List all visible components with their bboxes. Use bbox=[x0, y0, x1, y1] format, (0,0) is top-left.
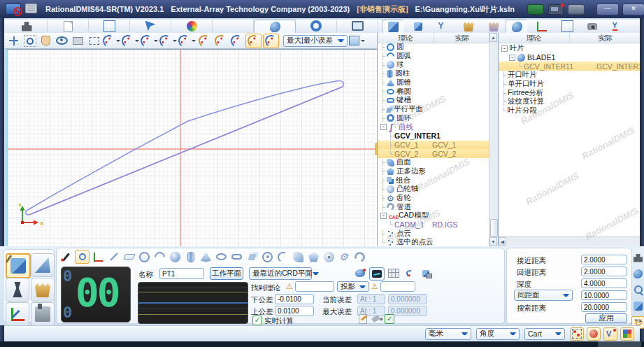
point-icon[interactable] bbox=[75, 250, 90, 264]
tree-item[interactable]: ├ 凸轮轴 bbox=[378, 185, 490, 194]
element-mode-button[interactable] bbox=[6, 253, 31, 278]
scroll-up-icon[interactable]: ▲ bbox=[489, 33, 497, 42]
tree-item[interactable]: └ CADM_1 RD.IGS bbox=[378, 220, 490, 229]
scroll-down-icon[interactable]: ▼ bbox=[489, 237, 497, 246]
lower-tol-input[interactable]: -0.0100 bbox=[275, 294, 314, 304]
tree-item[interactable]: - BLADE1 bbox=[499, 53, 640, 62]
find-theory-input[interactable] bbox=[295, 281, 334, 292]
tree-item[interactable]: ├ 键槽 bbox=[378, 96, 490, 105]
tree-item[interactable]: ├ 正多边形 bbox=[378, 167, 490, 176]
projection-select[interactable]: 投影 bbox=[337, 281, 369, 292]
graphics-viewport[interactable]: Y X bbox=[6, 49, 379, 247]
curve-scan-icon[interactable] bbox=[122, 34, 139, 48]
clean-result-icon[interactable] bbox=[371, 315, 380, 323]
machine-mode-button[interactable] bbox=[31, 302, 55, 326]
graph-toggle[interactable] bbox=[369, 267, 385, 281]
frame-select-icon[interactable] bbox=[87, 34, 101, 48]
curve-section-icon[interactable] bbox=[229, 34, 244, 48]
tree-item[interactable]: ├ 圆 bbox=[378, 43, 490, 52]
pan-icon[interactable] bbox=[6, 34, 21, 48]
tree-expander[interactable]: - bbox=[501, 45, 508, 52]
curve-apply-icon[interactable] bbox=[245, 34, 262, 48]
approach-input[interactable]: 2.0000 bbox=[581, 255, 627, 264]
cone-icon[interactable] bbox=[199, 250, 213, 263]
depth-input[interactable]: 4.0000 bbox=[581, 278, 627, 288]
ribbon-tab[interactable] bbox=[337, 20, 378, 32]
blade-tool-icon[interactable] bbox=[632, 268, 644, 279]
curve-measure-icon[interactable] bbox=[141, 34, 158, 48]
tree-item[interactable]: ├ 组合 bbox=[378, 176, 490, 185]
ribbon-tab[interactable] bbox=[213, 20, 254, 32]
panel-tab[interactable] bbox=[607, 20, 628, 33]
tree-item[interactable]: ├ 点云 bbox=[378, 229, 490, 238]
cylinder-icon[interactable] bbox=[184, 250, 197, 263]
panel-tab[interactable] bbox=[382, 20, 403, 33]
panel-tab[interactable] bbox=[408, 20, 429, 33]
tree-item[interactable]: ├ 管道 bbox=[378, 202, 490, 211]
ribbon-tab[interactable] bbox=[6, 20, 48, 32]
tree-item[interactable]: ├ 开口叶片 bbox=[499, 71, 640, 80]
axis-point-icon[interactable] bbox=[92, 250, 105, 263]
close-button[interactable]: ✕ bbox=[622, 3, 644, 15]
angle-select[interactable]: 角度 bbox=[476, 328, 520, 340]
machine-icon[interactable] bbox=[632, 252, 644, 263]
panel-tab[interactable] bbox=[582, 20, 603, 33]
curve-icon[interactable] bbox=[276, 250, 289, 263]
panel-tab[interactable] bbox=[557, 20, 578, 33]
curve-create-icon[interactable] bbox=[103, 34, 120, 48]
hand-pan-icon[interactable] bbox=[38, 34, 53, 48]
panel-tab[interactable] bbox=[458, 20, 479, 33]
apply-button[interactable]: 应用 bbox=[585, 313, 627, 323]
tree-item[interactable]: ├ 球 bbox=[378, 60, 490, 69]
tree-item[interactable]: └ GCV_2 GCV_2 bbox=[378, 149, 490, 158]
eye-view-icon[interactable] bbox=[55, 34, 69, 48]
measure-mode-button[interactable] bbox=[31, 253, 55, 277]
search-icon[interactable] bbox=[632, 284, 644, 295]
tree-item[interactable]: ├ Firtree分析 bbox=[499, 88, 640, 97]
scrollbar-thumb[interactable] bbox=[490, 219, 498, 237]
tree-item[interactable]: ├ 齿轮 bbox=[378, 194, 490, 203]
tree-item[interactable]: ├ 圆环 bbox=[378, 114, 490, 123]
report-icon[interactable] bbox=[349, 34, 365, 48]
tree-expander[interactable]: - bbox=[509, 55, 515, 61]
tree-item[interactable]: - 叶片 bbox=[499, 44, 640, 53]
panel-tab[interactable] bbox=[531, 20, 552, 33]
probe-status-icon[interactable] bbox=[587, 327, 601, 341]
arc-icon[interactable] bbox=[153, 250, 166, 263]
spacing-input[interactable]: 10.0000 bbox=[581, 290, 627, 300]
slot-icon[interactable] bbox=[230, 250, 243, 263]
tree-item[interactable]: ├ 圆锥 bbox=[378, 78, 490, 87]
theory-column-header[interactable]: 理论 bbox=[499, 33, 569, 43]
minimize-button[interactable]: — bbox=[596, 3, 619, 15]
name-input[interactable]: PT1 bbox=[159, 268, 204, 279]
side-tools-scroll[interactable]: ▼▲ bbox=[632, 318, 644, 323]
ribbon-tab[interactable] bbox=[48, 20, 89, 32]
tools-icon[interactable] bbox=[568, 4, 585, 15]
curve-edit-icon[interactable] bbox=[159, 34, 177, 48]
coordinate-select[interactable]: Cart bbox=[524, 328, 565, 340]
probe-mode-button[interactable] bbox=[6, 278, 29, 302]
parallel-planes-icon[interactable] bbox=[245, 250, 259, 263]
tree-expander[interactable]: - bbox=[380, 124, 387, 130]
workplane-button[interactable]: 工作平面 bbox=[210, 267, 243, 280]
retract-input[interactable]: 2.0000 bbox=[581, 267, 627, 276]
pipe-icon[interactable] bbox=[353, 250, 366, 263]
units-select[interactable]: 毫米 bbox=[425, 328, 471, 340]
projection-input[interactable] bbox=[380, 281, 415, 292]
probe-compensation-icon[interactable] bbox=[59, 250, 73, 263]
realtime-checkbox[interactable]: ✓ bbox=[252, 316, 262, 325]
tree-item[interactable]: ├ 圆弧 bbox=[378, 52, 490, 61]
coordinate-display-icon[interactable] bbox=[570, 327, 584, 341]
sphere-icon[interactable] bbox=[169, 250, 182, 263]
gear-icon[interactable] bbox=[338, 250, 351, 263]
blade-panel-hscrollbar[interactable]: ◀ bbox=[499, 236, 640, 246]
vector-display-icon[interactable] bbox=[603, 327, 617, 341]
tree-item[interactable]: ├ 单开口叶片 bbox=[499, 80, 640, 89]
ribbon-tab[interactable] bbox=[171, 20, 213, 32]
panel-tab[interactable] bbox=[433, 20, 454, 33]
tolerance-mode-button[interactable] bbox=[31, 278, 55, 302]
ribbon-tab[interactable] bbox=[296, 20, 337, 32]
app-icon[interactable] bbox=[6, 3, 21, 15]
preview-toggle[interactable] bbox=[419, 267, 433, 279]
panel-tab[interactable] bbox=[506, 20, 527, 33]
